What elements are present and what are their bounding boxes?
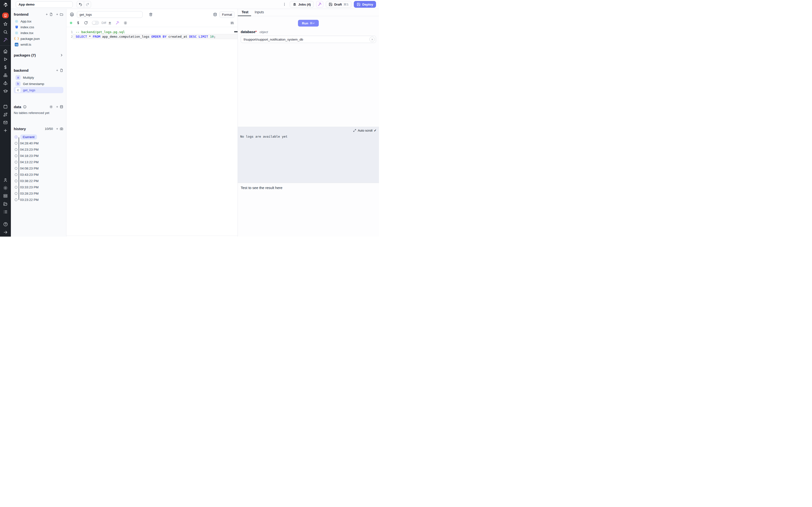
settings-gear-icon[interactable] (3, 185, 8, 190)
css3-icon: 3 (15, 25, 18, 29)
editor-settings-gear-icon[interactable] (123, 21, 128, 25)
field-type-label: object (260, 30, 268, 34)
history-item[interactable]: 04:23:23 PM (14, 146, 63, 153)
log-out-arrow-icon[interactable] (3, 230, 8, 235)
backend-item-get-timestamp[interactable]: b Get timestamp (14, 80, 63, 87)
auto-scroll-checkmark[interactable]: ✓ (374, 129, 376, 132)
ai-wand-icon[interactable] (3, 38, 8, 42)
runs-play-icon[interactable] (3, 57, 8, 62)
workspace-switcher[interactable] (2, 12, 9, 18)
script-name: Multiply (23, 76, 34, 79)
backend-item-get-logs-selected[interactable]: c get_logs (14, 87, 63, 93)
folder-icon[interactable] (59, 12, 63, 16)
database-icon[interactable] (59, 105, 63, 109)
add-script-button[interactable] (55, 68, 59, 72)
deploy-button[interactable]: Deploy (354, 1, 376, 8)
redo-button[interactable] (84, 1, 91, 8)
file-item-package-json[interactable]: { } package.json (14, 36, 63, 42)
learn-graduation-icon[interactable] (3, 89, 8, 94)
user-icon[interactable] (3, 177, 8, 182)
field-label: database (241, 30, 255, 34)
diff-label: Diff (101, 21, 106, 24)
backend-section: backend a Multiply b Get timestamp (14, 68, 63, 93)
history-item[interactable]: 04:28:40 PM (14, 140, 63, 146)
folders-icon[interactable] (3, 201, 8, 206)
version-timestamp: 04:28:40 PM (20, 142, 39, 145)
file-icon[interactable] (49, 12, 53, 16)
draft-button[interactable]: Draft ⌘S (326, 1, 351, 8)
history-item[interactable]: 03:43:23 PM (14, 171, 63, 178)
editor-scrollbar-thumb[interactable] (234, 31, 238, 32)
home-icon[interactable] (3, 49, 8, 54)
backend-section-header: backend (14, 68, 63, 72)
diff-toggle[interactable] (92, 21, 99, 25)
ai-edit-wand-icon[interactable] (115, 21, 119, 25)
file-icon[interactable] (59, 68, 63, 72)
script-name-input[interactable] (77, 11, 143, 18)
history-item[interactable]: 04:18:23 PM (14, 153, 63, 159)
file-item-wmill-ts[interactable]: TS wmill.ts (14, 42, 63, 47)
plus-minus-icon[interactable]: ± (108, 21, 111, 25)
list-icon[interactable] (3, 209, 8, 214)
history-item-current[interactable]: Current (14, 134, 63, 140)
file-item-app-tsx[interactable]: App.tsx (14, 18, 63, 24)
variables-dollar-icon[interactable] (3, 65, 8, 69)
history-item[interactable]: 04:08:23 PM (14, 165, 63, 171)
kebab-menu-icon[interactable] (282, 2, 287, 6)
packages-title: packages (7) (14, 53, 36, 57)
add-table-button[interactable] (55, 105, 59, 109)
favorites-star-icon[interactable] (3, 21, 8, 26)
chevron-right-icon (59, 53, 63, 57)
history-item[interactable]: 03:23:22 PM (14, 196, 63, 203)
clear-field-button[interactable] (369, 37, 375, 42)
data-settings-gear-icon[interactable] (49, 105, 53, 109)
help-icon[interactable] (3, 222, 8, 227)
tab-test[interactable]: Test (238, 10, 248, 16)
run-button[interactable]: Run⌘↵ (298, 20, 319, 26)
history-item[interactable]: 03:28:23 PM (14, 190, 63, 196)
schedules-calendar-icon[interactable] (3, 104, 8, 109)
database-resource-input[interactable] (241, 36, 376, 43)
file-item-index-css[interactable]: 3 index.css (14, 24, 63, 30)
undo-button[interactable] (77, 1, 84, 8)
mail-icon[interactable] (3, 120, 8, 125)
add-snapshot-button[interactable] (55, 127, 59, 131)
workers-server-icon[interactable] (3, 193, 8, 198)
resources-boxes-icon[interactable] (3, 73, 8, 77)
format-button[interactable]: Format (219, 11, 235, 18)
code-editor[interactable]: 1 -- backend/get_logs.pg.sql 2 SELECT * … (66, 27, 238, 237)
history-item[interactable]: 03:33:23 PM (14, 184, 63, 190)
packages-row[interactable]: packages (7) (14, 53, 63, 57)
rail-divider (0, 45, 11, 46)
ai-assistant-button[interactable] (316, 1, 323, 8)
add-folder-button[interactable] (55, 12, 59, 16)
triggers-pyramid-icon[interactable] (3, 80, 8, 86)
add-file-button[interactable] (45, 12, 49, 16)
version-dot (15, 186, 17, 188)
history-item[interactable]: 04:13:22 PM (14, 159, 63, 165)
backend-item-multiply[interactable]: a Multiply (14, 74, 63, 80)
windmill-logo-icon[interactable] (3, 2, 8, 8)
expand-logs-icon[interactable] (353, 129, 356, 132)
version-dot (15, 161, 17, 163)
file-item-index-tsx[interactable]: index.tsx (14, 30, 63, 36)
create-plus-icon[interactable] (3, 128, 8, 133)
tab-inputs[interactable]: Inputs (255, 10, 264, 16)
jobs-button[interactable]: Jobs (4) (290, 1, 314, 8)
code-line-2-active: 2 SELECT * FROM app_demo.computation_log… (66, 34, 238, 39)
search-icon[interactable] (3, 30, 8, 34)
delete-script-trash-icon[interactable] (149, 12, 153, 16)
refresh-icon[interactable] (84, 21, 88, 24)
database-schema-icon[interactable] (213, 12, 217, 16)
info-icon[interactable] (23, 105, 27, 109)
history-item[interactable]: 03:38:22 PM (14, 178, 63, 184)
library-icon[interactable] (230, 21, 234, 25)
current-version-chip: Current (20, 134, 37, 139)
data-empty-text: No tables referenced yet (14, 111, 63, 115)
flows-route-icon[interactable] (3, 112, 8, 117)
dollar-variables-icon[interactable] (77, 21, 80, 24)
version-timestamp: 03:43:23 PM (20, 173, 39, 176)
file-name: index.tsx (20, 31, 33, 35)
app-name-input[interactable] (16, 1, 73, 8)
camera-icon[interactable] (59, 127, 63, 131)
